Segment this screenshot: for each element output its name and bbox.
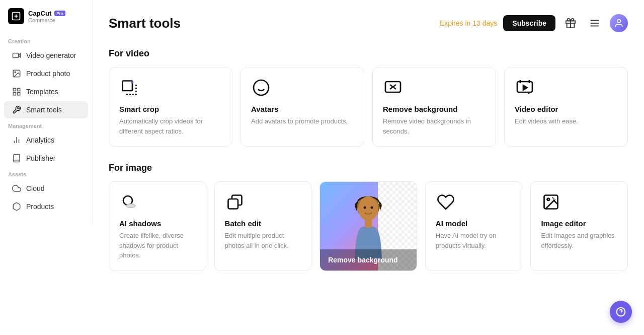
cloud-icon	[12, 184, 21, 193]
sidebar: CapCut Pro Commerce Creation Video gener…	[0, 0, 93, 335]
video-section: For video Smart crop Automatically crop …	[109, 48, 628, 147]
sidebar-item-smart-tools[interactable]: Smart tools	[4, 101, 88, 118]
templates-icon	[12, 87, 21, 96]
svg-point-19	[131, 81, 134, 84]
product-photo-icon	[12, 69, 21, 78]
avatar[interactable]	[610, 14, 628, 32]
analytics-icon	[12, 136, 21, 145]
sidebar-item-label: Cloud	[26, 184, 45, 192]
logo: CapCut Pro Commerce	[0, 8, 92, 34]
svg-point-30	[370, 206, 373, 209]
image-section-title: For image	[109, 163, 628, 173]
image-editor-icon	[541, 192, 561, 212]
smart-crop-icon	[119, 78, 139, 98]
expires-text: Expires in 13 days	[440, 19, 497, 27]
svg-rect-1	[13, 53, 19, 58]
remove-bg-video-card[interactable]: Remove background Remove video backgroun…	[372, 67, 496, 147]
remove-bg-video-icon	[383, 78, 403, 98]
image-editor-card[interactable]: Image editor Edit images and graphics ef…	[530, 181, 628, 271]
svg-point-33	[547, 198, 550, 201]
svg-rect-26	[228, 199, 238, 209]
sidebar-item-publisher[interactable]: Publisher	[4, 150, 88, 167]
sidebar-item-label: Products	[26, 203, 54, 211]
ai-shadows-icon	[119, 192, 139, 212]
header-actions: Expires in 13 days Subscribe	[440, 14, 628, 32]
products-icon	[12, 202, 21, 211]
management-label: Management	[0, 119, 92, 131]
page-title: Smart tools	[109, 16, 181, 31]
sidebar-item-analytics[interactable]: Analytics	[4, 131, 88, 149]
sidebar-item-video-generator[interactable]: Video generator	[4, 47, 88, 64]
sidebar-item-label: Publisher	[26, 154, 55, 162]
creation-label: Creation	[0, 34, 92, 46]
remove-bg-label: Remove background	[328, 256, 397, 264]
sidebar-item-label: Product photo	[26, 70, 70, 78]
ai-model-desc: Have AI model try on products virtually.	[436, 231, 512, 250]
menu-icon[interactable]	[586, 14, 604, 32]
video-section-title: For video	[109, 48, 628, 59]
ai-shadows-title: AI shadows	[119, 219, 196, 228]
smart-tools-icon	[12, 105, 21, 114]
svg-rect-7	[13, 93, 16, 95]
batch-edit-card[interactable]: Batch edit Edit multiple product photos …	[214, 181, 312, 271]
batch-edit-title: Batch edit	[225, 219, 301, 228]
ai-model-title: AI model	[436, 219, 512, 228]
image-editor-desc: Edit images and graphics effortlessly.	[541, 231, 617, 250]
sidebar-item-templates[interactable]: Templates	[4, 83, 88, 100]
svg-point-4	[15, 72, 16, 73]
remove-bg-image-card[interactable]: Remove background	[319, 181, 417, 271]
video-editor-desc: Edit videos with ease.	[515, 116, 617, 126]
sidebar-item-product-photo[interactable]: Product photo	[4, 65, 88, 82]
svg-point-28	[358, 196, 378, 221]
smart-crop-card[interactable]: Smart crop Automatically crop videos for…	[109, 67, 232, 147]
sidebar-item-label: Video generator	[26, 51, 76, 59]
avatars-title: Avatars	[251, 105, 354, 113]
svg-point-25	[126, 204, 135, 208]
image-editor-title: Image editor	[541, 219, 617, 228]
logo-text: CapCut Pro Commerce	[28, 10, 65, 23]
avatars-icon	[251, 78, 271, 98]
batch-edit-desc: Edit multiple product photos all in one …	[225, 231, 301, 250]
svg-rect-8	[18, 93, 20, 95]
video-editor-icon	[515, 78, 535, 98]
video-editor-title: Video editor	[515, 105, 617, 113]
support-button[interactable]	[610, 301, 632, 323]
logo-icon	[8, 8, 24, 24]
ai-model-card[interactable]: AI model Have AI model try on products v…	[425, 181, 523, 271]
image-cards-grid: AI shadows Create lifelike, diverse shad…	[109, 181, 628, 271]
sidebar-item-label: Templates	[26, 88, 58, 96]
remove-bg-video-title: Remove background	[383, 105, 486, 113]
video-editor-card[interactable]: Video editor Edit videos with ease.	[504, 67, 628, 147]
svg-point-29	[363, 206, 366, 209]
image-section: For image AI shadows Create lifelike, di…	[109, 163, 628, 271]
avatars-card[interactable]: Avatars Add avatars to promote products.	[240, 67, 364, 147]
subscribe-button[interactable]: Subscribe	[503, 15, 555, 31]
svg-point-17	[617, 20, 621, 23]
sidebar-item-cloud[interactable]: Cloud	[4, 180, 88, 197]
page-header: Smart tools Expires in 13 days Subscribe	[109, 14, 628, 32]
remove-bg-overlay: Remove background	[320, 249, 417, 271]
gift-icon[interactable]	[561, 14, 580, 32]
smart-crop-desc: Automatically crop videos for different …	[119, 116, 222, 136]
assets-label: Assets	[0, 167, 92, 179]
svg-rect-31	[365, 219, 372, 228]
smart-crop-title: Smart crop	[119, 105, 222, 113]
sidebar-item-label: Smart tools	[26, 106, 62, 114]
main-content: Smart tools Expires in 13 days Subscribe…	[93, 0, 644, 335]
ai-model-icon	[436, 192, 456, 212]
batch-edit-icon	[225, 192, 245, 212]
svg-rect-5	[13, 88, 16, 91]
remove-bg-video-desc: Remove video backgrounds in seconds.	[383, 116, 486, 136]
avatars-desc: Add avatars to promote products.	[251, 116, 354, 126]
ai-shadows-desc: Create lifelike, diverse shadows for pro…	[119, 231, 196, 260]
sidebar-item-label: Analytics	[26, 136, 54, 144]
video-cards-grid: Smart crop Automatically crop videos for…	[109, 67, 628, 147]
sidebar-item-products[interactable]: Products	[4, 198, 88, 215]
svg-rect-18	[123, 81, 133, 91]
video-generator-icon	[12, 51, 21, 60]
ai-shadows-card[interactable]: AI shadows Create lifelike, diverse shad…	[109, 181, 206, 271]
svg-rect-6	[18, 88, 20, 91]
publisher-icon	[12, 154, 21, 163]
